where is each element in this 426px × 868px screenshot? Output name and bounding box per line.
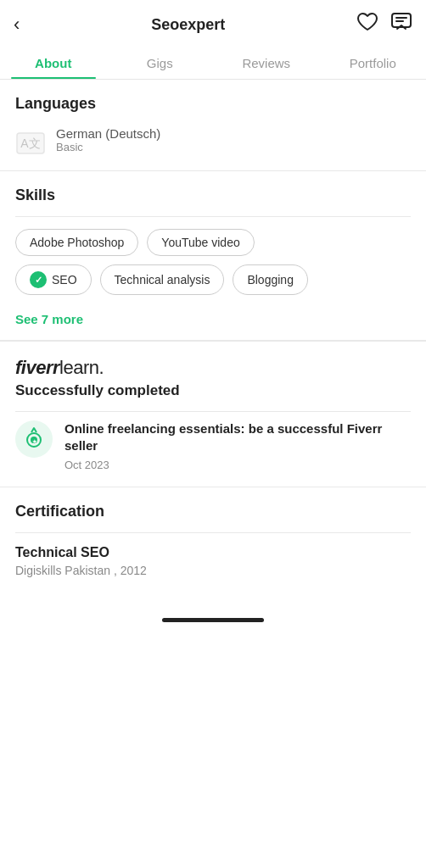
language-icon: A文 bbox=[15, 128, 46, 159]
learn-course-card: ★ Online freelancing essentials: be a su… bbox=[15, 411, 411, 487]
skills-divider bbox=[15, 216, 411, 217]
skill-chip-youtube-video[interactable]: YouTube video bbox=[147, 229, 254, 256]
fiverr-learn-logo: fiverrlearn. bbox=[15, 357, 411, 379]
learn-course-title: Online freelancing essentials: be a succ… bbox=[64, 420, 411, 455]
language-info: German (Deutsch) Basic bbox=[56, 126, 160, 153]
certification-section: Certification Technical SEO Digiskills P… bbox=[0, 487, 426, 577]
seo-badge-icon: ✓ bbox=[30, 271, 47, 288]
fiverr-completed-text: Successfully completed bbox=[15, 382, 411, 399]
heart-icon[interactable] bbox=[356, 12, 378, 37]
see-more-button[interactable]: See 7 more bbox=[15, 303, 83, 340]
language-row: A文 German (Deutsch) Basic bbox=[15, 123, 411, 170]
header: ‹ Seoexpert bbox=[0, 0, 426, 46]
learn-course-icon: ★ bbox=[15, 420, 53, 458]
page-title: Seoexpert bbox=[151, 16, 225, 34]
skill-chip-seo[interactable]: ✓ SEO bbox=[15, 264, 92, 295]
tab-about[interactable]: About bbox=[0, 46, 107, 79]
tab-reviews[interactable]: Reviews bbox=[213, 46, 320, 79]
skills-row-2: ✓ SEO Technical analysis Blogging bbox=[15, 264, 411, 295]
content-area: Languages A文 German (Deutsch) Basic Skil… bbox=[0, 80, 426, 631]
skills-section: Skills Adobe Photoshop YouTube video ✓ S… bbox=[0, 171, 426, 340]
learn-course-info: Online freelancing essentials: be a succ… bbox=[64, 420, 411, 471]
languages-section: Languages A文 German (Deutsch) Basic bbox=[0, 80, 426, 170]
header-icons bbox=[356, 12, 412, 37]
chat-icon[interactable] bbox=[390, 12, 412, 37]
skills-title: Skills bbox=[15, 186, 411, 204]
medal-icon: ★ bbox=[23, 426, 45, 453]
home-indicator bbox=[162, 618, 264, 622]
learn-logo-text: learn. bbox=[59, 357, 104, 378]
language-level: Basic bbox=[56, 141, 160, 153]
certification-title: Certification bbox=[15, 503, 411, 520]
skill-chip-technical-analysis[interactable]: Technical analysis bbox=[100, 264, 225, 295]
skill-chip-adobe-photoshop[interactable]: Adobe Photoshop bbox=[15, 229, 138, 256]
learn-course-date: Oct 2023 bbox=[64, 459, 411, 471]
skills-row-1: Adobe Photoshop YouTube video bbox=[15, 229, 411, 256]
cert-name: Technical SEO bbox=[15, 545, 411, 560]
cert-org: Digiskills Pakistan , 2012 bbox=[15, 564, 411, 577]
fiverr-learn-section: fiverrlearn. Successfully completed ★ On… bbox=[0, 341, 426, 487]
skill-chip-blogging[interactable]: Blogging bbox=[233, 264, 308, 295]
cert-divider bbox=[15, 532, 411, 533]
languages-title: Languages bbox=[15, 95, 411, 113]
tab-gigs[interactable]: Gigs bbox=[107, 46, 214, 79]
language-name: German (Deutsch) bbox=[56, 126, 160, 141]
svg-text:A文: A文 bbox=[20, 136, 40, 150]
fiverr-logo-text: fiverr bbox=[15, 357, 59, 378]
bottom-bar bbox=[0, 603, 426, 631]
back-button[interactable]: ‹ bbox=[14, 15, 20, 34]
tabs-bar: About Gigs Reviews Portfolio bbox=[0, 46, 426, 80]
tab-portfolio[interactable]: Portfolio bbox=[320, 46, 427, 79]
